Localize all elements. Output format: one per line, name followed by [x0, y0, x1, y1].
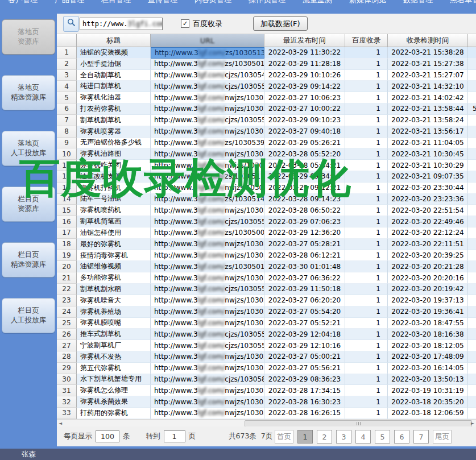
cell-pub-time[interactable]: 2022-03-29 05:26:21 [264, 138, 345, 149]
load-data-button[interactable]: 加载数据(F) [253, 16, 308, 31]
cell-row-number[interactable]: 27 [57, 340, 77, 351]
cell-extra[interactable] [468, 59, 476, 70]
cell-check-time[interactable]: 2022-03-20 18:47:55 [388, 318, 468, 329]
table-row[interactable]: 18最好的弥雾机http://www.3lgf.com/nwjzs/10302.… [57, 239, 476, 250]
cell-baidu-index[interactable]: 1 [345, 216, 388, 227]
cell-baidu-index[interactable]: 1 [345, 295, 388, 306]
cell-baidu-index[interactable]: 1 [345, 306, 388, 318]
cell-title[interactable]: 弥雾机养殖场 [77, 306, 151, 318]
cell-check-time[interactable]: 2022-03-21 14:02:42 [388, 92, 468, 103]
cell-title[interactable]: 水下割草机蟹塘专用 [77, 374, 151, 386]
cell-row-number[interactable]: 6 [57, 103, 77, 115]
table-row[interactable]: 1油锯的安装视频http://www.3lgf.com/zs/1030513..… [57, 47, 476, 59]
cell-title[interactable]: 弥雾机油路图 [77, 148, 151, 160]
last-page-button[interactable]: 尾页 [433, 430, 452, 444]
cell-baidu-index[interactable]: 1 [345, 138, 388, 149]
table-row[interactable]: 12油锯改板支架http://www.3lgf.com/zs/1030511..… [57, 171, 476, 183]
table-row[interactable]: 33打药用的弥雾机http://www.3lgf.com/nwjzs/10303… [57, 408, 476, 419]
cell-baidu-index[interactable]: 1 [345, 194, 388, 205]
cell-title[interactable]: 弥雾机化油器 [77, 92, 151, 103]
cell-baidu-index[interactable]: 1 [345, 340, 388, 351]
cell-pub-time[interactable]: 2022-03-29 11:50:18 [264, 284, 345, 295]
table-row[interactable]: 31弥雾机怎么修理http://www.3lgf.com/nwjzs/10303… [57, 385, 476, 396]
cell-title[interactable]: 弥雾机怎么修理 [77, 385, 151, 396]
cell-extra[interactable] [468, 284, 476, 295]
cell-url[interactable]: http://www.3lgf.com/nwjzs/10302... [151, 318, 264, 329]
cell-check-time[interactable]: 2022-03-20 17:48:09 [388, 351, 468, 363]
cell-title[interactable]: 弥雾机喷雾器 [77, 126, 151, 138]
cell-title[interactable]: 油锯改板支架 [77, 171, 151, 183]
cell-check-time[interactable]: 2022-03-18 20:35:20 [388, 396, 468, 408]
table-row[interactable]: 13弥雾机打药机http://www.3lgf.com/nwjzs/10302.… [57, 183, 476, 194]
cell-extra[interactable] [468, 295, 476, 306]
table-row[interactable]: 19疫情消毒弥雾机http://www.3lgf.com/nwjzs/10303… [57, 250, 476, 262]
cell-extra[interactable] [468, 385, 476, 396]
cell-extra[interactable] [468, 329, 476, 340]
header-url[interactable]: URL [151, 34, 264, 47]
cell-extra[interactable] [468, 261, 476, 272]
cell-extra[interactable] [468, 194, 476, 205]
cell-row-number[interactable]: 21 [57, 272, 77, 284]
table-row[interactable]: 7割草机割草机http://www.3lgf.com/cjzs/103055..… [57, 115, 476, 126]
cell-check-time[interactable]: 2022-03-20 22:12:24 [388, 227, 468, 239]
cell-check-time[interactable]: 2022-03-21 15:27:07 [388, 70, 468, 81]
cell-pub-time[interactable]: 2022-03-27 06:36:22 [264, 272, 345, 284]
cell-check-time[interactable]: 2022-03-20 20:21:28 [388, 261, 468, 272]
cell-baidu-index[interactable]: 1 [345, 374, 388, 386]
table-row[interactable]: 21多功能弥雾机http://www.3lgf.com/nwjzs/10302.… [57, 272, 476, 284]
cell-url[interactable]: http://www.3lgf.com/cjzs/103055... [151, 81, 264, 92]
cell-extra[interactable] [468, 351, 476, 363]
cell-pub-time[interactable]: 2022-03-30 01:01:48 [264, 261, 345, 272]
cell-check-time[interactable]: 2022-03-20 23:30:44 [388, 183, 468, 194]
cell-check-time[interactable]: 2022-03-20 13:50:13 [388, 374, 468, 386]
cell-baidu-index[interactable]: 1 [345, 396, 388, 408]
horizontal-scrollbar[interactable]: ◄ ► [57, 419, 476, 426]
sidebar-button-2[interactable]: 落地页 精选资源库 [2, 75, 55, 110]
menu-item-7[interactable]: 流量监测 [303, 0, 332, 13]
table-row[interactable]: 9无声油锯价格多少钱http://www.3lgf.com/zs/1030539… [57, 138, 476, 149]
cell-extra[interactable] [468, 408, 476, 419]
cell-title[interactable]: 弥雾机打药机 [77, 183, 151, 194]
cell-pub-time[interactable]: 2022-03-27 06:20:20 [264, 295, 345, 306]
cell-extra[interactable] [468, 205, 476, 216]
cell-pub-time[interactable]: 2022-03-29 12:04:18 [264, 329, 345, 340]
cell-url[interactable]: http://www.3lgf.com/nwjzs/10303... [151, 396, 264, 408]
table-row[interactable]: 24弥雾机养殖场http://www.3lgf.com/nwjzs/10302.… [57, 306, 476, 318]
table-row[interactable]: 11弥雾机咋关闭http://www.3lgf.com/nwjzs/10302.… [57, 160, 476, 171]
cell-baidu-index[interactable]: 1 [345, 318, 388, 329]
cell-url[interactable]: http://www.3lgf.com/nwjzs/10302... [151, 148, 264, 160]
table-row[interactable]: 15弥雾机喷药机http://www.3lgf.com/nwjzs/10302.… [57, 205, 476, 216]
cell-url[interactable]: http://www.3lgf.com/nwjzs/10302... [151, 239, 264, 250]
cell-title[interactable]: 弥雾机膜喷嘴 [77, 318, 151, 329]
cell-title[interactable]: 小型手提油锯 [77, 59, 151, 70]
cell-url[interactable]: http://www.3lgf.com/nwjzs/10302... [151, 295, 264, 306]
cell-title[interactable]: 第五代弥雾机 [77, 363, 151, 374]
cell-row-number[interactable]: 3 [57, 70, 77, 81]
cell-url[interactable]: http://www.3lgf.com/nwjzs/10303... [151, 385, 264, 396]
cell-extra[interactable] [468, 306, 476, 318]
cell-extra[interactable] [468, 216, 476, 227]
cell-row-number[interactable]: 8 [57, 126, 77, 138]
cell-extra[interactable] [468, 126, 476, 138]
cell-url[interactable]: http://www.3lgf.com/nwjzs/10302... [151, 103, 264, 115]
cell-row-number[interactable]: 10 [57, 148, 77, 160]
cell-row-number[interactable]: 7 [57, 115, 77, 126]
table-row[interactable]: 20油锯维修视频http://www.3lgf.com/zs/1030501..… [57, 261, 476, 272]
cell-title[interactable]: 弥雾机杀菌效果 [77, 396, 151, 408]
cell-title[interactable]: 纯进口割草机 [77, 81, 151, 92]
cell-row-number[interactable]: 28 [57, 351, 77, 363]
table-row[interactable]: 22割草机割水稻http://www.3lgf.com/cjzs/103055.… [57, 284, 476, 295]
cell-extra[interactable] [468, 171, 476, 183]
table-row[interactable]: 3全自动割草机http://www.3lgf.com/cjzs/103054..… [57, 70, 476, 81]
cell-row-number[interactable]: 4 [57, 81, 77, 92]
table-row[interactable]: 5弥雾机化油器http://www.3lgf.com/nwjzs/10302..… [57, 92, 476, 103]
table-row[interactable]: 29第五代弥雾机http://www.3lgf.com/nwjzs/10303.… [57, 363, 476, 374]
sidebar-button-3[interactable]: 落地页 人工投放库 [2, 131, 55, 166]
cell-pub-time[interactable]: 2022-03-28 17:34:15 [264, 385, 345, 396]
table-row[interactable]: 17油锯怎样使用http://www.3lgf.com/zs/1030500..… [57, 227, 476, 239]
cell-check-time[interactable]: 2022-03-20 22:49:46 [388, 216, 468, 227]
cell-title[interactable]: 弥雾机噪音大 [77, 295, 151, 306]
cell-baidu-index[interactable]: 1 [345, 70, 388, 81]
cell-check-time[interactable]: 2022-03-21 10:30:29 [388, 160, 468, 171]
cell-extra[interactable] [468, 183, 476, 194]
